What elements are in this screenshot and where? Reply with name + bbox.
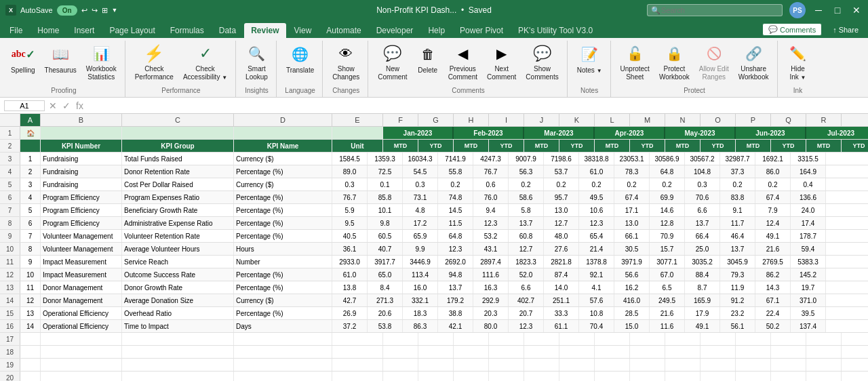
table-row: 8 6 Program Efficiency Administrative Ex… xyxy=(0,217,868,230)
undo-icon[interactable]: ↩ xyxy=(81,6,87,15)
more-tools-icon[interactable]: ▼ xyxy=(112,7,118,14)
spreadsheet: A B C D E F G H I J K L M N O P Q R 1 🏠 … xyxy=(0,114,868,381)
col-header-o[interactable]: O xyxy=(701,114,736,126)
col-header-a[interactable]: A xyxy=(20,114,41,126)
col-header-d[interactable]: D xyxy=(234,114,332,126)
workbook-statistics-icon: 📊 xyxy=(90,43,112,64)
col-header-g[interactable]: G xyxy=(418,114,454,126)
allow-edit-ranges-button[interactable]: 🚫 Allow EditRanges xyxy=(695,41,733,84)
table-row: 1 🏠 Jan-2023 Feb-2023 Mar-2023 Apr-2023 … xyxy=(0,127,868,140)
workbook-statistics-button[interactable]: 📊 WorkbookStatistics xyxy=(82,41,121,84)
tab-file[interactable]: File xyxy=(3,23,29,38)
show-changes-button[interactable]: 👁 ShowChanges xyxy=(328,41,363,84)
col-header-q[interactable]: Q xyxy=(771,114,806,126)
notes-button[interactable]: 📝 Notes ▼ xyxy=(573,41,606,84)
table-row: 3 1 Fundraising Total Funds Raised Curre… xyxy=(0,153,868,165)
tab-view[interactable]: View xyxy=(288,23,319,38)
formula-bar: ✕ ✓ fx xyxy=(0,98,868,114)
col-header-r[interactable]: R xyxy=(806,114,842,126)
thesaurus-button[interactable]: 📖 Thesaurus xyxy=(41,41,81,84)
maximize-button[interactable]: □ xyxy=(831,4,844,16)
delete-comment-button[interactable]: 🗑 Delete xyxy=(413,41,443,84)
cell-reference[interactable] xyxy=(4,100,45,111)
tab-review[interactable]: Review xyxy=(244,23,285,38)
col-header-b[interactable]: B xyxy=(41,114,122,126)
spelling-button[interactable]: abc✓ Spelling xyxy=(7,41,39,84)
next-comment-button[interactable]: ▶ NextComment xyxy=(483,41,520,84)
table-row: 6 4 Program Efficiency Program Expenses … xyxy=(0,191,868,204)
table-row: 16 14 Operational Efficiency Time to Imp… xyxy=(0,320,868,333)
col-header-n[interactable]: N xyxy=(665,114,701,126)
check-accessibility-button[interactable]: ✓ CheckAccessibility ▼ xyxy=(179,41,231,84)
autosave-label: AutoSave xyxy=(20,6,53,14)
table-row: 15 13 Operational Efficiency Overhead Ra… xyxy=(0,307,868,320)
allow-edit-ranges-icon: 🚫 xyxy=(703,43,725,64)
title-bar-right: 🔍 PS ─ □ ✕ xyxy=(580,2,863,18)
jul-header: Jul-2023 xyxy=(806,127,868,139)
col-header-f[interactable]: F xyxy=(383,114,418,126)
tab-developer[interactable]: Developer xyxy=(370,23,420,38)
formula-divider-2: ✓ xyxy=(62,100,71,111)
ribbon-group-proofing: abc✓ Spelling 📖 Thesaurus 📊 WorkbookStat… xyxy=(3,41,125,97)
tab-insert[interactable]: Insert xyxy=(67,23,101,38)
search-input[interactable] xyxy=(647,4,783,16)
check-performance-button[interactable]: ⚡ CheckPerformance xyxy=(131,41,178,84)
col-header-m[interactable]: M xyxy=(630,114,665,126)
tab-formulas[interactable]: Formulas xyxy=(163,23,211,38)
col-header-l[interactable]: L xyxy=(595,114,630,126)
table-row: 9 7 Volunteer Management Volunteer Reten… xyxy=(0,230,868,243)
protect-workbook-button[interactable]: 🔒 ProtectWorkbook xyxy=(655,41,694,84)
col-header-h[interactable]: H xyxy=(454,114,489,126)
ribbon-group-insights: 🔍 SmartLookup Insights xyxy=(237,41,277,97)
tab-power-pivot[interactable]: Power Pivot xyxy=(453,23,510,38)
empty-row: 20 xyxy=(0,372,868,381)
tab-page-layout[interactable]: Page Layout xyxy=(102,23,161,38)
check-accessibility-icon: ✓ xyxy=(195,43,216,64)
col-header-j[interactable]: J xyxy=(524,114,559,126)
unprotect-sheet-button[interactable]: 🔓 UnprotectSheet xyxy=(616,41,654,84)
unshare-workbook-icon: 🔗 xyxy=(743,43,764,64)
tab-pk-utility[interactable]: PK's Utility Tool V3.0 xyxy=(511,23,599,38)
formula-input[interactable] xyxy=(87,102,864,110)
col-header-k[interactable]: K xyxy=(559,114,595,126)
formula-divider-1: ✕ xyxy=(49,100,57,111)
tab-home[interactable]: Home xyxy=(31,23,66,38)
feb-header: Feb-2023 xyxy=(454,127,524,139)
smart-lookup-icon: 🔍 xyxy=(246,43,268,64)
tab-data[interactable]: Data xyxy=(212,23,243,38)
hide-ink-button[interactable]: ✏️ HideInk ▼ xyxy=(783,41,813,84)
smart-lookup-button[interactable]: 🔍 SmartLookup xyxy=(241,41,272,84)
tab-automate[interactable]: Automate xyxy=(319,23,368,38)
ribbon-group-ink: ✏️ HideInk ▼ Ink xyxy=(779,41,817,97)
table-row: 13 11 Donor Management Donor Growth Rate… xyxy=(0,281,868,294)
show-changes-icon: 👁 xyxy=(335,43,357,64)
may-header: May-2023 xyxy=(665,127,736,139)
previous-comment-button[interactable]: ◀ PreviousComment xyxy=(444,41,481,84)
translate-button[interactable]: 🌐 Translate xyxy=(282,41,318,84)
col-header-e[interactable]: E xyxy=(332,114,383,126)
tab-help[interactable]: Help xyxy=(421,23,452,38)
table-icon[interactable]: ⊞ xyxy=(102,6,108,15)
close-button[interactable]: ✕ xyxy=(850,4,863,16)
ribbon-group-performance: ⚡ CheckPerformance ✓ CheckAccessibility … xyxy=(127,41,236,97)
minimize-button[interactable]: ─ xyxy=(812,4,825,16)
col-header-i[interactable]: I xyxy=(489,114,524,126)
unshare-workbook-button[interactable]: 🔗 UnshareWorkbook xyxy=(734,41,773,84)
col-header-c[interactable]: C xyxy=(122,114,234,126)
col-header-p[interactable]: P xyxy=(736,114,771,126)
home-icon-cell[interactable]: 🏠 xyxy=(20,127,41,139)
share-button[interactable]: ↑ Share xyxy=(826,24,865,35)
jun-header: Jun-2023 xyxy=(736,127,806,139)
ribbon-group-language: 🌐 Translate Language xyxy=(278,41,323,97)
ribbon-group-changes: 👁 ShowChanges Changes xyxy=(324,41,368,97)
autosave-toggle[interactable]: On xyxy=(57,5,77,16)
empty-row: 19 xyxy=(0,359,868,372)
new-comment-button[interactable]: 💬 NewComment xyxy=(374,41,411,84)
column-headers: A B C D E F G H I J K L M N O P Q R xyxy=(0,114,868,127)
show-comments-button[interactable]: 💬 ShowComments xyxy=(521,41,562,84)
redo-icon[interactable]: ↪ xyxy=(92,6,98,15)
data-rows: 3 1 Fundraising Total Funds Raised Curre… xyxy=(0,153,868,333)
comments-button[interactable]: 💬 Comments xyxy=(762,23,822,36)
filename: Non-Profit KPI Dash... xyxy=(376,5,456,15)
user-avatar[interactable]: PS xyxy=(789,2,806,18)
